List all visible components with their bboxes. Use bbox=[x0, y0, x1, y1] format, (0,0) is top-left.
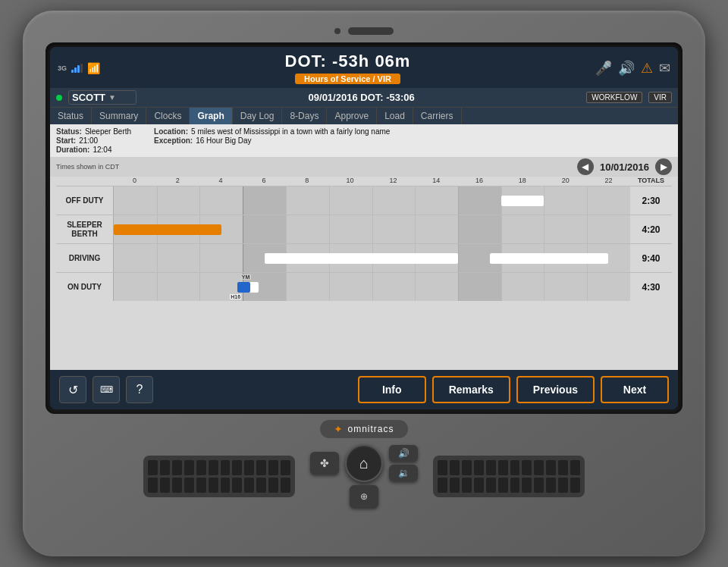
signal-bars bbox=[71, 64, 83, 73]
tab-8days[interactable]: 8-Days bbox=[282, 108, 327, 124]
center-controls: ✤ ⌂ 🔊 🔉 ⊕ bbox=[295, 444, 433, 508]
tab-carriers[interactable]: Carriers bbox=[413, 108, 462, 124]
volume-icon[interactable]: 🔊 bbox=[618, 60, 635, 77]
help-button[interactable]: ? bbox=[126, 376, 153, 403]
tab-load[interactable]: Load bbox=[377, 108, 413, 124]
tab-daylog[interactable]: Day Log bbox=[233, 108, 283, 124]
hour-16: 16 bbox=[458, 177, 501, 184]
tab-clocks[interactable]: Clocks bbox=[146, 108, 190, 124]
mail-icon[interactable]: ✉ bbox=[659, 60, 670, 77]
shade-16h bbox=[458, 186, 501, 215]
grid-2h bbox=[157, 186, 158, 215]
grid-20h-s bbox=[544, 215, 544, 243]
volume-up-icon: 🔊 bbox=[398, 448, 410, 459]
tab-approve[interactable]: Approve bbox=[327, 108, 377, 124]
toolbar-right: Info Remarks Previous Next bbox=[358, 376, 669, 403]
next-date-arrow[interactable]: ▶ bbox=[655, 158, 672, 175]
grid-10h-s bbox=[329, 215, 330, 243]
hour-labels: 0 2 4 6 8 10 12 14 16 18 20 22 bbox=[113, 177, 630, 184]
driver-select[interactable]: SCOTT ▼ bbox=[68, 90, 136, 105]
tab-graph[interactable]: Graph bbox=[190, 108, 232, 124]
hour-6: 6 bbox=[242, 177, 285, 184]
microphone-icon[interactable]: 🎤 bbox=[595, 60, 612, 77]
keyboard-button[interactable]: ⌨ bbox=[93, 376, 120, 403]
sun-dim-icon: ⊕ bbox=[360, 491, 368, 502]
off-duty-total: 2:30 bbox=[630, 196, 672, 206]
grid-2h-d bbox=[157, 244, 158, 272]
grid-12h bbox=[372, 186, 373, 215]
volume-down-icon: 🔉 bbox=[398, 468, 410, 478]
tab-status[interactable]: Status bbox=[50, 108, 92, 124]
tab-summary[interactable]: Summary bbox=[92, 108, 146, 124]
left-speaker bbox=[143, 456, 295, 497]
graph-row-on-duty: ON DUTY bbox=[56, 272, 672, 301]
grid-4h bbox=[199, 186, 200, 215]
sleeper-bar bbox=[114, 224, 221, 235]
driving-bar-1 bbox=[265, 253, 458, 264]
info-col-right: Location: 5 miles west of Mississippi in… bbox=[154, 127, 390, 154]
start-value: 21:00 bbox=[79, 136, 98, 145]
grid-22h-s bbox=[587, 215, 588, 243]
bottom-control-row: ⊕ bbox=[350, 485, 378, 508]
remarks-button[interactable]: Remarks bbox=[432, 376, 510, 403]
previous-button[interactable]: Previous bbox=[516, 376, 595, 403]
status-dot bbox=[56, 95, 62, 101]
dot-time: DOT: -53h 06m bbox=[100, 52, 595, 71]
signal-row: 3G 📶 bbox=[58, 62, 100, 74]
next-button[interactable]: Next bbox=[601, 376, 669, 403]
prev-date-arrow[interactable]: ◀ bbox=[577, 158, 594, 175]
date-nav: ◀ 10/01/2016 ▶ bbox=[577, 158, 672, 175]
hour-0: 0 bbox=[113, 177, 156, 184]
graph-row-driving: DRIVING bbox=[56, 243, 672, 272]
warning-icon[interactable]: ⚠ bbox=[641, 60, 653, 77]
graph-area: 0 2 4 6 8 10 12 14 16 18 20 22 bbox=[50, 177, 678, 370]
status-value: Sleeper Berth bbox=[85, 127, 131, 136]
grid-14h-s bbox=[415, 215, 416, 243]
vir-button[interactable]: VIR bbox=[648, 92, 672, 103]
right-speaker bbox=[433, 456, 585, 497]
grid-18h-o bbox=[501, 273, 502, 301]
info-col-left: Status: Sleeper Berth Start: 21:00 Durat… bbox=[56, 127, 131, 154]
device-top bbox=[36, 24, 692, 36]
info-button[interactable]: Info bbox=[358, 376, 426, 403]
sleeper-total: 4:20 bbox=[630, 224, 672, 235]
grid-12h-s bbox=[372, 215, 373, 243]
hour-4: 4 bbox=[199, 177, 243, 184]
grid-22h-o bbox=[587, 273, 588, 301]
shade-6h-s bbox=[243, 215, 286, 243]
on-duty-bar-blue bbox=[237, 282, 250, 293]
hour-20: 20 bbox=[544, 177, 587, 184]
grid-10h-o bbox=[329, 273, 330, 301]
brightness-up-button[interactable]: ✤ bbox=[310, 452, 339, 475]
status-bar: SCOTT ▼ 09/01/2016 DOT: -53:06 WORKFLOW … bbox=[50, 88, 678, 107]
hour-labels-row: 0 2 4 6 8 10 12 14 16 18 20 22 bbox=[56, 177, 672, 184]
undo-icon: ↺ bbox=[68, 383, 78, 397]
hour-18: 18 bbox=[500, 177, 544, 184]
signal-bar-1 bbox=[71, 70, 74, 73]
shade-16h-s bbox=[458, 215, 501, 243]
screen-bezel: 3G 📶 DOT: -53h 06m Hours of Service / VI… bbox=[46, 42, 682, 414]
volume-down-button[interactable]: 🔉 bbox=[389, 465, 418, 481]
info-row: Status: Sleeper Berth Start: 21:00 Durat… bbox=[50, 124, 678, 157]
volume-up-button[interactable]: 🔊 bbox=[389, 445, 418, 462]
exception-value: 16 Hour Big Day bbox=[196, 136, 251, 145]
header: 3G 📶 DOT: -53h 06m Hours of Service / VI… bbox=[50, 47, 678, 88]
signal-bar-2 bbox=[74, 67, 77, 73]
info-exception: Exception: 16 Hour Big Day bbox=[154, 136, 390, 145]
hour-14: 14 bbox=[415, 177, 458, 184]
workflow-button[interactable]: WORKFLOW bbox=[586, 92, 642, 103]
shade-16h-o bbox=[458, 273, 501, 301]
grid-4h-d bbox=[199, 244, 200, 272]
hour-12: 12 bbox=[372, 177, 415, 184]
brightness-down-button[interactable]: ⊕ bbox=[350, 485, 378, 508]
driving-label: DRIVING bbox=[56, 254, 113, 263]
undo-button[interactable]: ↺ bbox=[59, 376, 86, 403]
driving-bar-2 bbox=[490, 253, 608, 264]
toolbar-left: ↺ ⌨ ? bbox=[59, 376, 153, 403]
info-location: Location: 5 miles west of Mississippi in… bbox=[154, 127, 390, 136]
top-control-row: ✤ ⌂ 🔊 🔉 bbox=[310, 444, 418, 482]
home-button[interactable]: ⌂ bbox=[345, 444, 383, 482]
sun-icon: ✤ bbox=[320, 457, 329, 469]
off-duty-label: OFF DUTY bbox=[56, 196, 113, 205]
hour-8: 8 bbox=[285, 177, 328, 184]
